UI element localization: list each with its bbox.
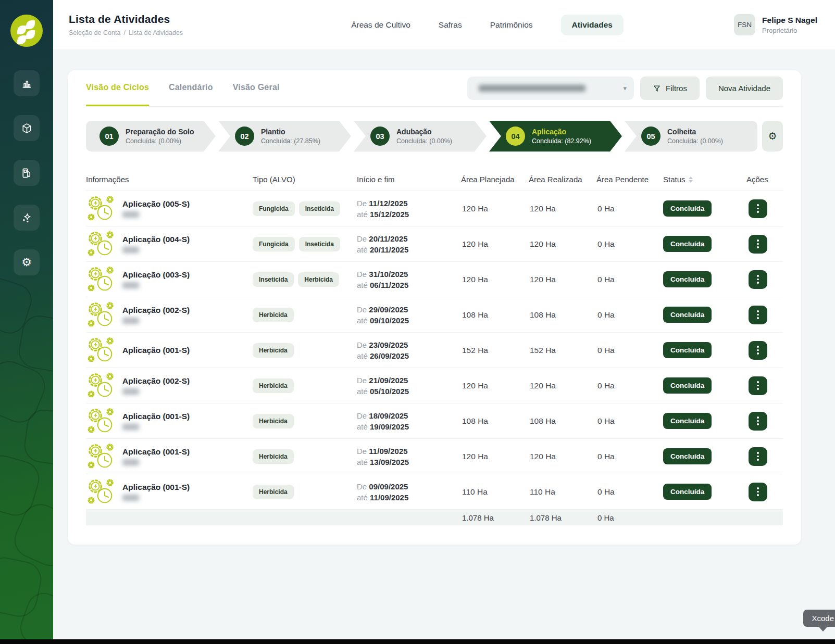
tag-herbicida: Herbicida [253, 378, 294, 393]
status-badge: Concluída [663, 342, 712, 358]
date-from: 23/09/2025 [369, 340, 408, 349]
nav-item-patrimonios[interactable]: Patrimônios [490, 15, 533, 35]
target-tags: InseticidaHerbicida [253, 272, 357, 287]
gear-icon: ⚙ [21, 257, 32, 268]
tag-herbicida: Herbicida [253, 414, 294, 428]
step-adubacao[interactable]: 03AdubaçãoConcluída: (0.00%) [354, 121, 487, 151]
target-tags: Herbicida [253, 414, 357, 428]
table-row: Aplicação (002-S) Herbicida De 21/09/202… [86, 368, 783, 403]
activity-title: Aplicação (001-S) [122, 412, 190, 421]
row-actions-button[interactable] [749, 376, 767, 395]
row-actions-button[interactable] [749, 199, 767, 218]
date-from: 31/10/2025 [369, 270, 408, 279]
date-to-label: até [357, 210, 368, 219]
kebab-menu-icon [757, 416, 759, 419]
activity-title: Aplicação (005-S) [122, 199, 190, 209]
area-planned: 120 Ha [461, 204, 529, 213]
breadcrumb-item-current: Lista de Atividades [129, 29, 183, 36]
kebab-menu-icon [757, 275, 759, 277]
activity-gears-clock-icon [86, 336, 116, 364]
new-activity-button[interactable]: Nova Atividade [706, 77, 783, 100]
date-from: 11/09/2025 [369, 447, 407, 456]
row-actions-button[interactable] [749, 412, 767, 431]
row-actions-button[interactable] [749, 483, 767, 501]
tag-fungicida: Fungicida [253, 201, 295, 216]
date-to: 20/11/2025 [370, 245, 408, 254]
step-number: 03 [370, 127, 390, 146]
activity-gears-clock-icon [86, 266, 116, 293]
sort-icon[interactable] [689, 176, 693, 183]
user-menu[interactable]: FSN Felipe S Nagel Proprietário [734, 14, 817, 35]
app-logo[interactable] [10, 15, 43, 47]
table-row: Aplicação (001-S) Herbicida De 23/09/202… [86, 333, 783, 368]
tab-visao-geral[interactable]: Visão Geral [233, 70, 280, 106]
row-actions-button[interactable] [749, 306, 767, 324]
step-title: Aplicação [532, 128, 591, 136]
target-tags: FungicidaInseticida [253, 201, 357, 216]
table-row: Aplicação (001-S) Herbicida De 18/09/202… [86, 403, 783, 439]
cycle-stepper-row: 01Preparação do SoloConcluída: (0.00%)02… [86, 121, 783, 151]
row-actions-button[interactable] [749, 447, 767, 466]
date-from-label: De [357, 411, 367, 420]
step-progress: Concluída: (0.00%) [126, 137, 194, 145]
sidebar-item-inventory[interactable] [14, 115, 40, 141]
sidebar-item-ai[interactable] [14, 205, 40, 231]
status-badge: Concluída [663, 484, 712, 500]
date-from-label: De [357, 376, 367, 385]
status-badge: Concluída [663, 377, 712, 394]
date-to-label: até [357, 281, 368, 289]
step-progress: Concluída: (0.00%) [667, 137, 723, 145]
step-plantio[interactable]: 02PlantioConcluída: (27.85%) [218, 121, 351, 151]
nav-item-safras[interactable]: Safras [439, 15, 462, 35]
xcode-dock-tooltip: Xcode [803, 610, 835, 627]
kebab-menu-icon [757, 381, 759, 383]
column-header-area-pendente: Área Pendente [596, 175, 663, 184]
step-preparacao-do-solo[interactable]: 01Preparação do SoloConcluída: (0.00%) [86, 121, 216, 151]
sidebar-item-settings[interactable]: ⚙ [14, 249, 40, 275]
breadcrumb-item-account[interactable]: Seleção de Conta [69, 29, 120, 36]
package-icon [21, 122, 33, 134]
status-badge: Concluída [663, 413, 712, 429]
date-from-label: De [357, 270, 367, 279]
user-name: Felipe S Nagel [762, 16, 817, 25]
logo-leaf [17, 26, 26, 34]
nav-item-atividades[interactable]: Atividades [561, 15, 624, 35]
step-number: 01 [99, 127, 119, 146]
row-actions-button[interactable] [749, 341, 767, 360]
sparkles-icon [21, 212, 33, 224]
date-to: 13/09/2025 [370, 458, 409, 466]
funnel-icon [653, 84, 661, 93]
date-from-label: De [357, 340, 367, 349]
row-actions-button[interactable] [749, 270, 767, 289]
tag-fungicida: Fungicida [253, 237, 295, 251]
tab-calendario[interactable]: Calendário [169, 70, 213, 106]
column-header-inicio-e-fim: Início e fim [357, 175, 461, 184]
step-progress: Concluída: (27.85%) [261, 137, 320, 145]
date-from: 29/09/2025 [369, 305, 408, 314]
table-footer: 1.078 Ha 1.078 Ha 0 Ha [86, 510, 783, 525]
cycle-select[interactable]: ▾ [467, 77, 634, 100]
sidebar-item-dashboard[interactable] [14, 70, 40, 96]
table-row: Aplicação (004-S) FungicidaInseticida De… [86, 226, 783, 262]
area-pending: 0 Ha [596, 204, 663, 213]
row-actions-button[interactable] [749, 235, 767, 254]
activity-gears-clock-icon [86, 230, 116, 258]
activity-gears-clock-icon [86, 443, 116, 470]
title-block: Lista de Atividades Seleção de Conta/Lis… [69, 13, 241, 36]
step-number: 02 [235, 127, 254, 146]
stepper-settings-button[interactable]: ⚙ [762, 121, 783, 151]
step-title: Preparação do Solo [126, 128, 194, 136]
area-realized: 108 Ha [529, 310, 596, 320]
filters-button[interactable]: Filtros [640, 77, 700, 100]
area-realized: 152 Ha [529, 346, 596, 355]
avatar[interactable]: FSN [734, 14, 755, 35]
date-from-label: De [357, 482, 367, 491]
step-colheita[interactable]: 05ColheitaConcluída: (0.00%) [625, 121, 757, 151]
nav-item-areas-de-cultivo[interactable]: Áreas de Cultivo [351, 15, 410, 35]
sidebar-item-fuel[interactable] [14, 160, 40, 186]
tab-visao-de-ciclos[interactable]: Visão de Ciclos [86, 70, 149, 106]
column-header-acoes: Ações [746, 175, 783, 184]
kebab-menu-icon [757, 346, 759, 348]
status-badge: Concluída [663, 236, 712, 252]
step-aplicacao[interactable]: 04AplicaçãoConcluída: (82.92%) [489, 121, 622, 151]
